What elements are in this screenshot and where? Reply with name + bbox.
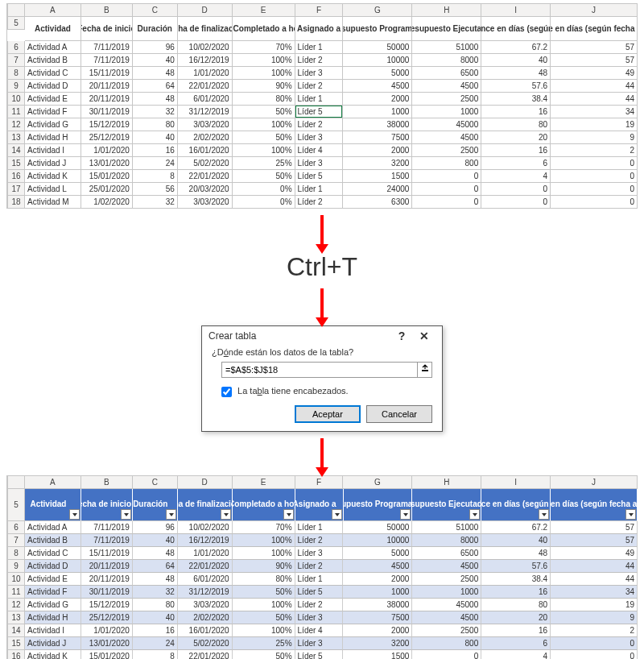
cell[interactable]: 8000	[412, 54, 481, 67]
cell[interactable]: 4500	[412, 560, 481, 573]
cell[interactable]: 6500	[412, 67, 481, 80]
cell[interactable]: 100%	[233, 534, 295, 547]
filter-dropdown-icon[interactable]	[332, 509, 342, 520]
cell[interactable]: 45000	[412, 118, 481, 131]
cell[interactable]: Actividad D	[25, 80, 81, 93]
cell[interactable]: 48	[133, 573, 178, 586]
cell[interactable]: 3/03/2020	[178, 118, 233, 131]
cancel-button[interactable]: Cancelar	[366, 405, 432, 423]
header-cell-filter[interactable]: Presupuesto Ejecutado	[412, 489, 481, 521]
cell[interactable]: 2500	[412, 144, 481, 157]
cell[interactable]: Actividad B	[25, 54, 81, 67]
cell[interactable]: Líder 5	[295, 586, 344, 599]
cell[interactable]: 100%	[233, 599, 295, 611]
cell[interactable]: Líder 3	[295, 131, 344, 144]
cell[interactable]: Actividad C	[25, 547, 81, 560]
cell[interactable]: 38.4	[481, 573, 551, 586]
row-number[interactable]: 15	[7, 637, 25, 650]
cell[interactable]: 4500	[343, 80, 412, 93]
cell[interactable]: 16	[481, 144, 551, 157]
cell[interactable]: 1/01/2020	[81, 624, 133, 637]
cell[interactable]: Actividad L	[25, 183, 81, 196]
cell[interactable]: 67.2	[481, 41, 551, 54]
cell[interactable]: 100%	[233, 118, 295, 131]
column-header[interactable]: E	[233, 4, 295, 17]
row-number[interactable]: 14	[7, 144, 25, 157]
cell[interactable]: 6/01/2020	[178, 93, 233, 106]
row-number[interactable]: 13	[7, 611, 25, 624]
cell[interactable]: 0	[551, 170, 638, 183]
cell[interactable]: 50%	[233, 106, 295, 118]
header-cell-filter[interactable]: % Completado a hoy	[233, 489, 295, 521]
cell[interactable]: Líder 1	[295, 521, 344, 534]
cell[interactable]: 3/03/2020	[178, 599, 233, 611]
cell[interactable]: 67.2	[481, 521, 551, 534]
cell[interactable]: 0	[551, 157, 638, 170]
cell[interactable]: 50%	[233, 586, 295, 599]
cell[interactable]: 7/11/2019	[81, 534, 133, 547]
cell[interactable]: 51000	[412, 41, 481, 54]
cell[interactable]: 7/11/2019	[81, 521, 133, 534]
cell[interactable]: 1/01/2020	[178, 67, 233, 80]
cell[interactable]: 5/02/2020	[178, 157, 233, 170]
cell[interactable]: 0	[481, 196, 551, 209]
cell[interactable]: 70%	[233, 521, 295, 534]
filter-dropdown-icon[interactable]	[625, 509, 636, 520]
cell[interactable]: 80%	[233, 573, 295, 586]
row-number[interactable]: 16	[7, 170, 25, 183]
cell[interactable]: 100%	[233, 54, 295, 67]
row-number[interactable]: 7	[7, 54, 25, 67]
cell[interactable]: 5000	[343, 67, 412, 80]
cell[interactable]: Líder 2	[295, 534, 344, 547]
cell[interactable]: 40	[481, 534, 551, 547]
cell[interactable]: 0	[551, 183, 638, 196]
cell[interactable]: 9	[551, 131, 638, 144]
cell[interactable]: Actividad G	[25, 599, 81, 611]
cell[interactable]: Líder 1	[295, 41, 344, 54]
column-header[interactable]: C	[133, 476, 178, 489]
cell[interactable]: Líder 2	[295, 560, 344, 573]
filter-dropdown-icon[interactable]	[283, 509, 294, 520]
cell[interactable]: 48	[133, 67, 178, 80]
cell[interactable]: 16	[481, 624, 551, 637]
cell[interactable]: 44	[551, 573, 638, 586]
cell[interactable]: 24000	[343, 183, 412, 196]
cell[interactable]: 48	[481, 67, 551, 80]
cell[interactable]: 48	[481, 547, 551, 560]
column-header[interactable]: B	[81, 476, 133, 489]
cell[interactable]: 30/11/2019	[81, 586, 133, 599]
cell[interactable]: Actividad H	[25, 131, 81, 144]
cell[interactable]: 100%	[233, 624, 295, 637]
cell[interactable]: Actividad D	[25, 560, 81, 573]
header-cell[interactable]: Avance en días (según fecha actual)	[551, 17, 638, 41]
cell[interactable]: 0	[551, 650, 638, 659]
cell[interactable]: 13/01/2020	[81, 157, 133, 170]
column-header[interactable]: F	[295, 476, 344, 489]
cell[interactable]: Líder 5	[295, 106, 344, 118]
cell[interactable]: 25/12/2019	[81, 611, 133, 624]
header-cell-filter[interactable]: Avance en días (según %)	[481, 489, 551, 521]
header-cell-filter[interactable]: Presupuesto Programado	[344, 489, 413, 521]
cell[interactable]: 0	[551, 637, 638, 650]
row-number[interactable]: 12	[7, 118, 25, 131]
cell[interactable]: 70%	[233, 41, 295, 54]
cell[interactable]: 96	[133, 521, 178, 534]
cell[interactable]: 0	[551, 196, 638, 209]
cell[interactable]: 57.6	[481, 80, 551, 93]
cell[interactable]: 8	[133, 650, 178, 659]
cell[interactable]: 4500	[343, 560, 412, 573]
cell[interactable]: 80	[481, 118, 551, 131]
cell[interactable]: 32	[133, 586, 178, 599]
cell[interactable]: 50%	[233, 131, 295, 144]
cell[interactable]: Actividad A	[25, 41, 81, 54]
cell[interactable]: 7500	[343, 131, 412, 144]
cell[interactable]: 2	[551, 624, 638, 637]
cell[interactable]: 0	[412, 183, 481, 196]
cell[interactable]: 0	[412, 170, 481, 183]
cell[interactable]: 32	[133, 196, 178, 209]
cell[interactable]: 40	[133, 131, 178, 144]
cell[interactable]: 15/01/2020	[81, 170, 133, 183]
cell[interactable]: 10/02/2020	[178, 521, 233, 534]
row-number[interactable]: 11	[7, 106, 25, 118]
header-cell-filter[interactable]: Fecha de inicio	[81, 489, 133, 521]
